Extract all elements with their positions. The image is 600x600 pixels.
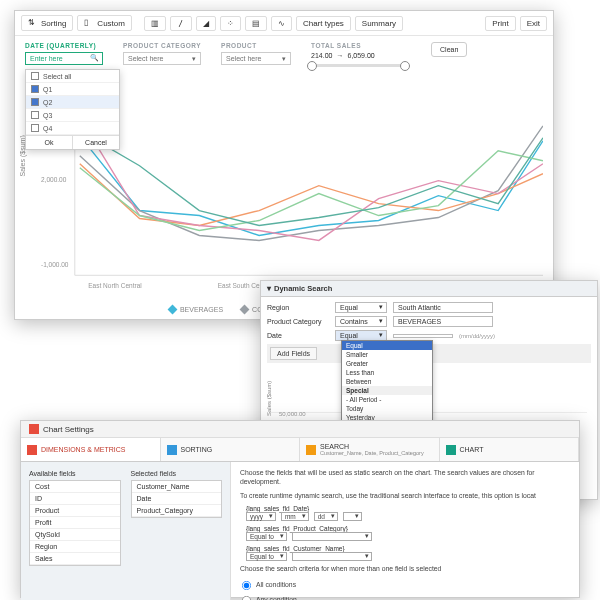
sel-item[interactable]: Customer_Name bbox=[132, 481, 222, 493]
settings-title: Chart Settings bbox=[21, 421, 579, 438]
search-config: Choose the fields that will be used as s… bbox=[231, 462, 579, 600]
tab-dimensions[interactable]: DIMENSIONS & METRICS bbox=[21, 438, 161, 461]
date-dd[interactable]: dd bbox=[314, 512, 338, 521]
date-option[interactable]: Between bbox=[342, 377, 432, 386]
avail-item[interactable]: Sales bbox=[30, 553, 120, 565]
date-option[interactable]: Greater bbox=[342, 359, 432, 368]
dd-q2[interactable]: Q2 bbox=[26, 96, 119, 109]
sort-icon: ⇅ bbox=[28, 18, 38, 28]
cust-val-sel[interactable] bbox=[292, 552, 372, 561]
range-high: 6,059.00 bbox=[347, 52, 374, 59]
dynamic-search-header: ▾Dynamic Search bbox=[261, 281, 597, 297]
cat-val[interactable]: BEVERAGES bbox=[393, 316, 493, 327]
clean-button[interactable]: Clean bbox=[431, 42, 467, 57]
line-chart-icon: 〳 bbox=[177, 19, 185, 28]
date-option[interactable]: Less than bbox=[342, 368, 432, 377]
bar-icon: ▯ bbox=[84, 18, 94, 28]
sort-icon bbox=[167, 445, 177, 455]
charttype-spline[interactable]: ∿ bbox=[271, 16, 292, 31]
charttype-scatter[interactable]: ⁘ bbox=[220, 16, 241, 31]
avail-item[interactable]: QtySold bbox=[30, 529, 120, 541]
print-button[interactable]: Print bbox=[485, 16, 515, 31]
filter-total: TOTAL SALES 214.00 → 6,059.00 bbox=[311, 42, 411, 67]
dd-select-all[interactable]: Select all bbox=[26, 70, 119, 83]
tab-sorting[interactable]: SORTING bbox=[161, 438, 301, 461]
tab-search[interactable]: SEARCHCustomer_Name, Date, Product_Categ… bbox=[300, 438, 440, 461]
sel-item[interactable]: Date bbox=[132, 493, 222, 505]
sorting-button[interactable]: ⇅Sorting bbox=[21, 15, 73, 31]
available-list[interactable]: CostIDProductProfitQtySoldRegionSales bbox=[29, 480, 121, 566]
category-select[interactable]: Select here bbox=[123, 52, 201, 65]
chart-settings-panel: Chart Settings DIMENSIONS & METRICS SORT… bbox=[20, 420, 580, 598]
charttype-bar[interactable]: ▥ bbox=[144, 16, 166, 31]
exit-button[interactable]: Exit bbox=[520, 16, 547, 31]
avail-item[interactable]: Profit bbox=[30, 517, 120, 529]
date-option[interactable]: Special bbox=[342, 386, 432, 395]
chevron-down-icon[interactable]: ▾ bbox=[267, 284, 271, 293]
date-search-input[interactable]: Enter here bbox=[25, 52, 103, 65]
date-dropdown: Select all Q1 Q2 Q3 Q4 Ok Cancel bbox=[25, 69, 120, 150]
settings-icon bbox=[29, 424, 39, 434]
date-option[interactable]: - All Period - bbox=[342, 395, 432, 404]
avail-item[interactable]: Cost bbox=[30, 481, 120, 493]
date-option[interactable]: Equal bbox=[342, 341, 432, 350]
sel-item[interactable]: Product_Category bbox=[132, 505, 222, 517]
charttype-line[interactable]: 〳 bbox=[170, 16, 192, 31]
filter-category: PRODUCT CATEGORY Select here bbox=[123, 42, 201, 65]
charttype-area[interactable]: ◢ bbox=[196, 16, 216, 31]
dd-q1[interactable]: Q1 bbox=[26, 83, 119, 96]
bar-chart-icon: ▥ bbox=[151, 19, 159, 28]
scatter-icon: ⁘ bbox=[227, 19, 234, 28]
region-val[interactable]: South Atlantic bbox=[393, 302, 493, 313]
date-option[interactable]: Today bbox=[342, 404, 432, 413]
charttype-stacked[interactable]: ▤ bbox=[245, 16, 267, 31]
add-fields-button[interactable]: Add Fields bbox=[270, 347, 317, 360]
range-low: 214.00 bbox=[311, 52, 332, 59]
search-tab-icon bbox=[306, 445, 316, 455]
range-slider[interactable] bbox=[311, 64, 406, 67]
summary-button[interactable]: Summary bbox=[355, 16, 403, 31]
date-option[interactable]: Smaller bbox=[342, 350, 432, 359]
date-yyyy[interactable]: yyyy bbox=[246, 512, 276, 521]
custom-button[interactable]: ▯Custom bbox=[77, 15, 132, 31]
region-op[interactable]: Equal bbox=[335, 302, 387, 313]
filters-row: DATE (QUARTERLY) Enter here Select all Q… bbox=[15, 36, 553, 97]
dd-cancel[interactable]: Cancel bbox=[73, 136, 119, 149]
filter-product: PRODUCT Select here bbox=[221, 42, 291, 65]
dd-q3[interactable]: Q3 bbox=[26, 109, 119, 122]
filter-date: DATE (QUARTERLY) Enter here Select all Q… bbox=[25, 42, 103, 65]
date-val[interactable] bbox=[393, 334, 453, 338]
tab-chart[interactable]: CHART bbox=[440, 438, 580, 461]
chart-panel: ⇅Sorting ▯Custom ▥ 〳 ◢ ⁘ ▤ ∿ Chart types… bbox=[14, 10, 554, 320]
date-extra[interactable] bbox=[343, 512, 362, 521]
settings-tabs: DIMENSIONS & METRICS SORTING SEARCHCusto… bbox=[21, 438, 579, 462]
charttypes-button[interactable]: Chart types bbox=[296, 16, 351, 31]
date-mm[interactable]: mm bbox=[281, 512, 309, 521]
cat-op[interactable]: Contains bbox=[335, 316, 387, 327]
radio-any[interactable]: Any condition bbox=[240, 594, 570, 600]
dims-icon bbox=[27, 445, 37, 455]
toolbar: ⇅Sorting ▯Custom ▥ 〳 ◢ ⁘ ▤ ∿ Chart types… bbox=[15, 11, 553, 36]
stacked-icon: ▤ bbox=[252, 19, 260, 28]
filter-date-label: DATE (QUARTERLY) bbox=[25, 42, 103, 49]
chart-tab-icon bbox=[446, 445, 456, 455]
area-chart-icon: ◢ bbox=[203, 19, 209, 28]
fields-columns: Available fields CostIDProductProfitQtyS… bbox=[21, 462, 231, 600]
selected-list[interactable]: Customer_NameDateProduct_Category bbox=[131, 480, 223, 518]
dd-ok[interactable]: Ok bbox=[26, 136, 73, 149]
spline-icon: ∿ bbox=[278, 19, 285, 28]
radio-all[interactable]: All conditions bbox=[240, 579, 570, 592]
dd-q4[interactable]: Q4 bbox=[26, 122, 119, 135]
avail-item[interactable]: Region bbox=[30, 541, 120, 553]
avail-item[interactable]: Product bbox=[30, 505, 120, 517]
product-select[interactable]: Select here bbox=[221, 52, 291, 65]
cat-op-sel[interactable]: Equal to bbox=[246, 532, 287, 541]
cat-val-sel[interactable] bbox=[292, 532, 372, 541]
cust-op-sel[interactable]: Equal to bbox=[246, 552, 287, 561]
avail-item[interactable]: ID bbox=[30, 493, 120, 505]
